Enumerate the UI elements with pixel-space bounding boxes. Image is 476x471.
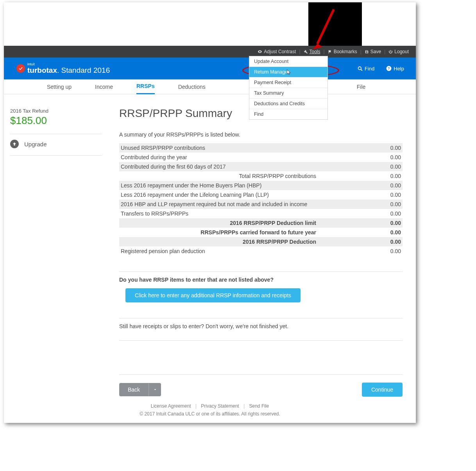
row-label: Less 2016 repayment under the Lifelong L… bbox=[121, 192, 269, 198]
back-dropdown-button[interactable] bbox=[149, 383, 161, 396]
logout-link[interactable]: Logout bbox=[386, 49, 411, 54]
dropdown-item[interactable]: Find bbox=[249, 109, 327, 119]
upgrade-arrow-icon bbox=[10, 140, 19, 148]
continue-button[interactable]: Continue bbox=[362, 383, 403, 397]
logout-label: Logout bbox=[394, 49, 409, 54]
dropdown-item[interactable]: Deductions and Credits bbox=[249, 99, 327, 109]
bookmarks-label: Bookmarks bbox=[334, 49, 357, 54]
table-row: 2016 RRSP/PRPP Deduction limit0.00 bbox=[119, 218, 403, 228]
table-row: Less 2016 repayment under the Home Buyer… bbox=[119, 181, 403, 190]
upgrade-link[interactable]: Upgrade bbox=[10, 140, 102, 148]
brand-text-block: intuit turbotax. Standard 2016 bbox=[27, 63, 110, 75]
svg-point-0 bbox=[358, 67, 361, 70]
find-link[interactable]: Find bbox=[358, 66, 374, 72]
row-value: 0.00 bbox=[381, 239, 401, 245]
sidebar: 2016 Tax Refund $185.00 Upgrade bbox=[10, 108, 102, 161]
row-value: 0.00 bbox=[381, 248, 401, 254]
row-value: 0.00 bbox=[381, 210, 401, 217]
divider bbox=[10, 134, 102, 134]
save-link[interactable]: Save bbox=[362, 49, 383, 54]
row-label: RRSPs/PRPPs carried forward to future ye… bbox=[121, 229, 340, 236]
send-file-link[interactable]: Send File bbox=[249, 403, 269, 409]
help-icon: ? bbox=[386, 66, 392, 71]
eye-icon bbox=[258, 49, 262, 54]
help-label: Help bbox=[394, 66, 404, 72]
table-row: RRSPs/PRPPs carried forward to future ye… bbox=[119, 228, 403, 237]
wrench-icon bbox=[304, 50, 308, 54]
row-label: Registered pension plan deduction bbox=[121, 248, 205, 254]
row-value: 0.00 bbox=[381, 192, 401, 198]
row-label: 2016 RRSP/PRPP Deduction bbox=[121, 239, 340, 245]
summary-table: Unused RRSP/PRPP contributions0.00Contri… bbox=[119, 143, 403, 256]
intro-text: A summary of your RRSPs/PRPPs is listed … bbox=[119, 131, 403, 138]
row-label: 2016 HBP and LLP repayment required but … bbox=[121, 201, 307, 207]
add-rrsp-info-button[interactable]: Click here to enter any additional RRSP … bbox=[125, 288, 301, 302]
tools-dropdown: Update AccountReturn ManagerPayment Rece… bbox=[249, 56, 328, 120]
tab-rrsps[interactable]: RRSPs bbox=[136, 79, 155, 94]
decorative-black-block bbox=[308, 2, 362, 46]
dropdown-item[interactable]: Tax Summary bbox=[249, 88, 327, 99]
row-label: Contributed during the first 60 days of … bbox=[121, 164, 226, 170]
brand-name: turbotax bbox=[27, 66, 57, 74]
turbotax-logo-icon bbox=[16, 64, 25, 73]
back-button[interactable]: Back bbox=[119, 383, 149, 396]
table-row: 2016 RRSP/PRPP Deduction0.00 bbox=[119, 237, 403, 246]
adjust-contrast-label: Adjust Contrast bbox=[264, 49, 296, 54]
row-value: 0.00 bbox=[381, 164, 401, 170]
search-icon bbox=[358, 66, 363, 71]
tab-setting-up[interactable]: Setting up bbox=[47, 80, 72, 94]
refund-label: 2016 Tax Refund bbox=[10, 108, 102, 114]
table-row: Less 2016 repayment under the Lifelong L… bbox=[119, 190, 403, 200]
row-value: 0.00 bbox=[381, 220, 401, 226]
chevron-down-icon bbox=[153, 388, 157, 392]
table-row: Unused RRSP/PRPP contributions0.00 bbox=[119, 143, 403, 153]
privacy-link[interactable]: Privacy Statement bbox=[201, 403, 239, 409]
table-row: Total RRSP/PRPP contributions0.00 bbox=[119, 171, 403, 181]
divider bbox=[10, 155, 102, 156]
divider bbox=[119, 271, 403, 272]
svg-line-1 bbox=[361, 69, 362, 71]
dropdown-item[interactable]: Update Account bbox=[249, 56, 327, 67]
row-value: 0.00 bbox=[381, 173, 401, 179]
main-panel: RRSP/PRPP Summary A summary of your RRSP… bbox=[111, 99, 410, 397]
upgrade-label: Upgrade bbox=[24, 141, 47, 147]
tab-income[interactable]: Income bbox=[95, 80, 113, 94]
dropdown-item[interactable]: Payment Receipt bbox=[249, 77, 327, 88]
bookmarks-link[interactable]: Bookmarks bbox=[326, 49, 360, 54]
tools-link[interactable]: Tools bbox=[301, 49, 323, 54]
svg-text:?: ? bbox=[388, 67, 390, 70]
table-row: Transfers to RRSPs/PRPPs0.00 bbox=[119, 209, 403, 218]
save-icon bbox=[365, 50, 369, 54]
license-link[interactable]: License Agreement bbox=[151, 403, 191, 409]
note-text: Still have receipts or slips to enter? D… bbox=[119, 323, 403, 329]
tools-label: Tools bbox=[310, 49, 320, 54]
adjust-contrast-link[interactable]: Adjust Contrast bbox=[255, 49, 298, 54]
row-value: 0.00 bbox=[381, 229, 401, 236]
table-row: Contributed during the first 60 days of … bbox=[119, 162, 403, 171]
table-row: 2016 HBP and LLP repayment required but … bbox=[119, 200, 403, 209]
divider bbox=[119, 318, 403, 318]
footer: License Agreement | Privacy Statement | … bbox=[4, 403, 416, 417]
nav-bar: Setting up Income RRSPs Deductions v Fil… bbox=[4, 79, 416, 94]
separator: | bbox=[195, 403, 197, 409]
find-label: Find bbox=[365, 66, 374, 72]
row-label: Contributed during the year bbox=[121, 154, 187, 160]
tab-deductions[interactable]: Deductions bbox=[178, 80, 206, 94]
utility-bar: Adjust Contrast | Tools | Bookmarks | Sa… bbox=[4, 46, 416, 58]
row-value: 0.00 bbox=[381, 182, 401, 189]
separator: | bbox=[243, 403, 245, 409]
flag-icon bbox=[328, 50, 332, 54]
row-label: Unused RRSP/PRPP contributions bbox=[121, 145, 205, 151]
dropdown-item[interactable]: Return Manager bbox=[249, 67, 327, 77]
separator: | bbox=[323, 49, 326, 54]
power-icon bbox=[388, 50, 393, 54]
row-label: Total RRSP/PRPP contributions bbox=[121, 173, 340, 179]
help-link[interactable]: ? Help bbox=[386, 66, 404, 72]
tab-file[interactable]: File bbox=[357, 80, 366, 94]
brand-bar: intuit turbotax. Standard 2016 Find ? He… bbox=[4, 58, 416, 79]
refund-amount: $185.00 bbox=[10, 115, 102, 127]
row-value: 0.00 bbox=[381, 201, 401, 207]
separator: | bbox=[298, 49, 301, 54]
question-text: Do you have RRSP items to enter that are… bbox=[119, 277, 403, 283]
separator: | bbox=[360, 49, 362, 54]
